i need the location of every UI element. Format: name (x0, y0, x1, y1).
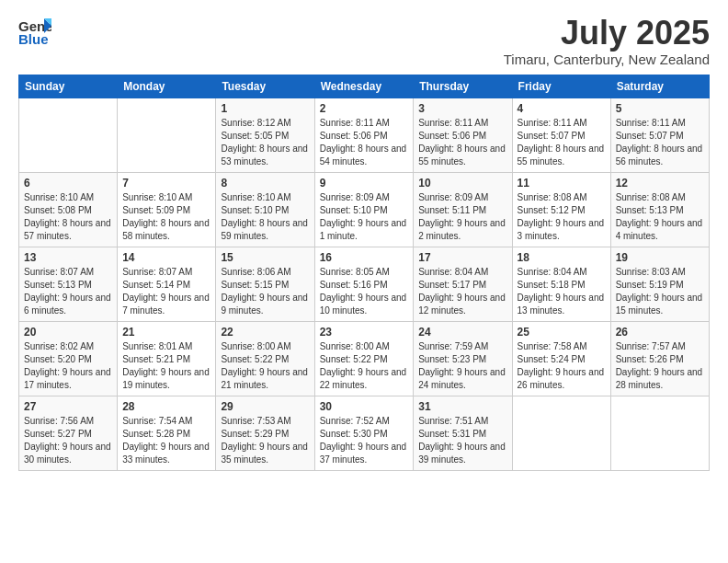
day-info: Sunrise: 8:07 AM Sunset: 5:14 PM Dayligh… (122, 266, 210, 317)
calendar-cell: 9Sunrise: 8:09 AM Sunset: 5:10 PM Daylig… (314, 172, 414, 247)
day-info: Sunrise: 8:05 AM Sunset: 5:16 PM Dayligh… (320, 266, 409, 317)
day-number: 2 (320, 102, 409, 115)
day-number: 13 (24, 251, 112, 264)
day-info: Sunrise: 7:58 AM Sunset: 5:24 PM Dayligh… (518, 340, 606, 392)
day-number: 19 (616, 251, 704, 264)
calendar-cell: 7Sunrise: 8:10 AM Sunset: 5:09 PM Daylig… (118, 172, 216, 247)
day-info: Sunrise: 8:10 AM Sunset: 5:10 PM Dayligh… (221, 191, 309, 243)
weekday-header-row: SundayMondayTuesdayWednesdayThursdayFrid… (19, 75, 710, 98)
week-row-4: 20Sunrise: 8:02 AM Sunset: 5:20 PM Dayli… (19, 321, 710, 396)
day-number: 6 (24, 177, 112, 190)
day-number: 24 (418, 326, 506, 339)
calendar-cell: 3Sunrise: 8:11 AM Sunset: 5:06 PM Daylig… (414, 98, 512, 172)
calendar-cell: 18Sunrise: 8:04 AM Sunset: 5:18 PM Dayli… (512, 247, 610, 321)
calendar-cell: 24Sunrise: 7:59 AM Sunset: 5:23 PM Dayli… (414, 321, 512, 396)
title-area: July 2025 Timaru, Canterbury, New Zealan… (504, 15, 710, 67)
day-number: 21 (122, 326, 210, 339)
day-info: Sunrise: 8:04 AM Sunset: 5:17 PM Dayligh… (418, 266, 506, 317)
calendar-cell: 1Sunrise: 8:12 AM Sunset: 5:05 PM Daylig… (216, 98, 314, 172)
week-row-5: 27Sunrise: 7:56 AM Sunset: 5:27 PM Dayli… (19, 396, 710, 470)
weekday-header-saturday: Saturday (610, 75, 709, 98)
svg-text:Blue: Blue (18, 31, 49, 47)
day-info: Sunrise: 8:03 AM Sunset: 5:19 PM Dayligh… (616, 266, 704, 317)
calendar-cell: 4Sunrise: 8:11 AM Sunset: 5:07 PM Daylig… (512, 98, 610, 172)
day-info: Sunrise: 8:00 AM Sunset: 5:22 PM Dayligh… (221, 340, 309, 392)
weekday-header-tuesday: Tuesday (216, 75, 314, 98)
day-info: Sunrise: 7:54 AM Sunset: 5:28 PM Dayligh… (122, 415, 210, 466)
calendar-cell: 21Sunrise: 8:01 AM Sunset: 5:21 PM Dayli… (118, 321, 216, 396)
calendar-cell: 6Sunrise: 8:10 AM Sunset: 5:08 PM Daylig… (19, 172, 118, 247)
day-info: Sunrise: 8:01 AM Sunset: 5:21 PM Dayligh… (122, 340, 210, 392)
calendar-cell: 5Sunrise: 8:11 AM Sunset: 5:07 PM Daylig… (610, 98, 709, 172)
calendar-cell: 12Sunrise: 8:08 AM Sunset: 5:13 PM Dayli… (610, 172, 709, 247)
day-info: Sunrise: 8:06 AM Sunset: 5:15 PM Dayligh… (221, 266, 309, 317)
day-info: Sunrise: 7:52 AM Sunset: 5:30 PM Dayligh… (320, 415, 409, 466)
week-row-3: 13Sunrise: 8:07 AM Sunset: 5:13 PM Dayli… (19, 247, 710, 321)
day-number: 20 (24, 326, 112, 339)
day-info: Sunrise: 8:08 AM Sunset: 5:12 PM Dayligh… (518, 191, 606, 243)
day-number: 14 (122, 251, 210, 264)
day-number: 27 (24, 400, 112, 413)
day-number: 15 (221, 251, 309, 264)
logo: General Blue (18, 15, 51, 57)
calendar-cell (610, 396, 709, 470)
calendar-cell: 10Sunrise: 8:09 AM Sunset: 5:11 PM Dayli… (414, 172, 512, 247)
calendar-cell (19, 98, 118, 172)
month-title: July 2025 (504, 15, 710, 52)
day-number: 26 (616, 326, 704, 339)
page-header: General Blue July 2025 Timaru, Canterbur… (18, 15, 710, 67)
day-number: 29 (221, 400, 309, 413)
calendar-cell: 8Sunrise: 8:10 AM Sunset: 5:10 PM Daylig… (216, 172, 314, 247)
calendar-cell: 30Sunrise: 7:52 AM Sunset: 5:30 PM Dayli… (314, 396, 414, 470)
weekday-header-monday: Monday (118, 75, 216, 98)
calendar-cell: 27Sunrise: 7:56 AM Sunset: 5:27 PM Dayli… (19, 396, 118, 470)
calendar-cell: 22Sunrise: 8:00 AM Sunset: 5:22 PM Dayli… (216, 321, 314, 396)
day-number: 8 (221, 177, 309, 190)
day-info: Sunrise: 8:12 AM Sunset: 5:05 PM Dayligh… (221, 117, 309, 168)
day-info: Sunrise: 7:56 AM Sunset: 5:27 PM Dayligh… (24, 415, 112, 466)
calendar-cell: 15Sunrise: 8:06 AM Sunset: 5:15 PM Dayli… (216, 247, 314, 321)
day-number: 28 (122, 400, 210, 413)
week-row-1: 1Sunrise: 8:12 AM Sunset: 5:05 PM Daylig… (19, 98, 710, 172)
day-number: 11 (518, 177, 606, 190)
day-number: 30 (320, 400, 409, 413)
day-number: 5 (616, 102, 704, 115)
calendar-cell (118, 98, 216, 172)
day-number: 23 (320, 326, 409, 339)
location-title: Timaru, Canterbury, New Zealand (504, 52, 710, 67)
weekday-header-friday: Friday (512, 75, 610, 98)
day-number: 10 (418, 177, 506, 190)
day-info: Sunrise: 8:04 AM Sunset: 5:18 PM Dayligh… (518, 266, 606, 317)
day-number: 4 (518, 102, 606, 115)
calendar-cell: 11Sunrise: 8:08 AM Sunset: 5:12 PM Dayli… (512, 172, 610, 247)
day-info: Sunrise: 7:59 AM Sunset: 5:23 PM Dayligh… (418, 340, 506, 392)
day-number: 31 (418, 400, 506, 413)
day-info: Sunrise: 8:09 AM Sunset: 5:10 PM Dayligh… (320, 191, 409, 243)
day-number: 25 (518, 326, 606, 339)
calendar-cell: 31Sunrise: 7:51 AM Sunset: 5:31 PM Dayli… (414, 396, 512, 470)
calendar-cell: 13Sunrise: 8:07 AM Sunset: 5:13 PM Dayli… (19, 247, 118, 321)
calendar-cell: 29Sunrise: 7:53 AM Sunset: 5:29 PM Dayli… (216, 396, 314, 470)
calendar-cell (512, 396, 610, 470)
day-info: Sunrise: 8:09 AM Sunset: 5:11 PM Dayligh… (418, 191, 506, 243)
logo-graphic: General Blue (18, 15, 51, 57)
day-number: 1 (221, 102, 309, 115)
day-info: Sunrise: 7:53 AM Sunset: 5:29 PM Dayligh… (221, 415, 309, 466)
day-info: Sunrise: 8:11 AM Sunset: 5:06 PM Dayligh… (320, 117, 409, 168)
week-row-2: 6Sunrise: 8:10 AM Sunset: 5:08 PM Daylig… (19, 172, 710, 247)
day-info: Sunrise: 8:10 AM Sunset: 5:08 PM Dayligh… (24, 191, 112, 243)
day-info: Sunrise: 8:07 AM Sunset: 5:13 PM Dayligh… (24, 266, 112, 317)
day-info: Sunrise: 7:51 AM Sunset: 5:31 PM Dayligh… (418, 415, 506, 466)
calendar-cell: 14Sunrise: 8:07 AM Sunset: 5:14 PM Dayli… (118, 247, 216, 321)
calendar-table: SundayMondayTuesdayWednesdayThursdayFrid… (18, 75, 710, 471)
weekday-header-wednesday: Wednesday (314, 75, 414, 98)
day-info: Sunrise: 8:11 AM Sunset: 5:07 PM Dayligh… (616, 117, 704, 168)
calendar-cell: 26Sunrise: 7:57 AM Sunset: 5:26 PM Dayli… (610, 321, 709, 396)
day-info: Sunrise: 8:02 AM Sunset: 5:20 PM Dayligh… (24, 340, 112, 392)
weekday-header-sunday: Sunday (19, 75, 118, 98)
day-info: Sunrise: 8:10 AM Sunset: 5:09 PM Dayligh… (122, 191, 210, 243)
day-number: 3 (418, 102, 506, 115)
day-number: 17 (418, 251, 506, 264)
calendar-cell: 28Sunrise: 7:54 AM Sunset: 5:28 PM Dayli… (118, 396, 216, 470)
day-info: Sunrise: 8:00 AM Sunset: 5:22 PM Dayligh… (320, 340, 409, 392)
